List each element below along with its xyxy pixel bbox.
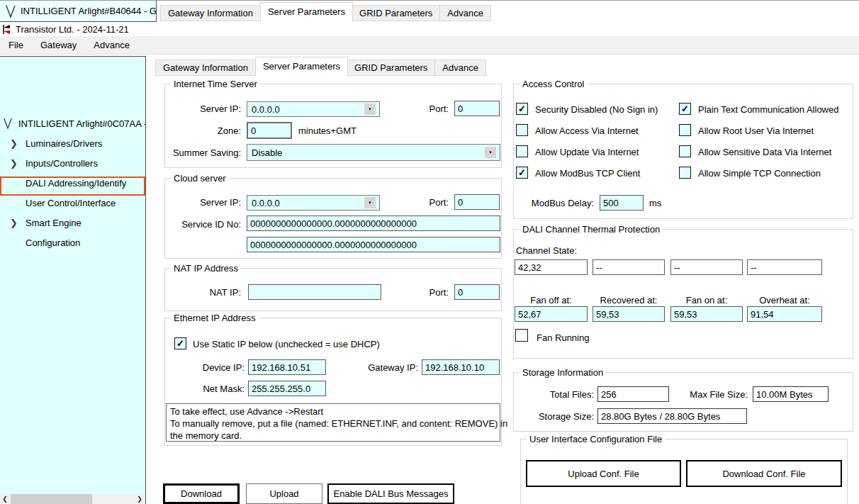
sidebar-item-configuration[interactable] bbox=[0, 181, 145, 191]
cloud-port-input[interactable] bbox=[454, 194, 500, 210]
sidebar-item-configuration[interactable]: Configuration bbox=[0, 234, 145, 251]
upload-conf-file-label: Upload Conf. File bbox=[568, 469, 639, 479]
vendor-label: Transistor Ltd. - 2024-11-21 bbox=[16, 24, 129, 35]
netmask-input[interactable] bbox=[248, 381, 326, 396]
chevron-down-icon[interactable]: ▼ bbox=[364, 197, 376, 208]
zone-suffix-label: minutes+GMT bbox=[298, 125, 356, 136]
checkmark-icon: ✓ bbox=[176, 338, 184, 349]
allow-root-user-checkbox[interactable] bbox=[679, 124, 691, 136]
channel-state-field-1 bbox=[515, 259, 588, 275]
ethernet-note: To take effect, use Advance ->Restart To… bbox=[166, 403, 500, 442]
checkmark-icon: ✓ bbox=[518, 167, 526, 178]
zone-input[interactable] bbox=[247, 122, 292, 139]
tab-grid-parameters[interactable]: GRID Parameters bbox=[352, 5, 440, 21]
allow-simple-tcp-checkbox[interactable] bbox=[679, 167, 691, 179]
download-button[interactable]: Download bbox=[163, 483, 240, 504]
time-server-port-input[interactable] bbox=[454, 101, 500, 116]
allow-access-internet-checkbox[interactable] bbox=[516, 124, 528, 136]
download-conf-file-button[interactable]: Download Conf. File bbox=[686, 460, 842, 487]
device-selector[interactable]: INTILLIGENT Arlight#B40644 - Ga bbox=[0, 1, 157, 22]
sidebar-item-smart-engine[interactable]: ❯ Smart Engine bbox=[0, 214, 145, 231]
nat-port-label: Port: bbox=[406, 287, 449, 298]
tab-gateway-information[interactable]: Gateway Information bbox=[160, 5, 261, 21]
upload-conf-file-button[interactable]: Upload Conf. File bbox=[526, 460, 681, 487]
fan-running-checkbox[interactable] bbox=[515, 329, 528, 342]
menu-advance[interactable]: Advance bbox=[85, 37, 138, 53]
tree-root-label: INTILLIGENT Arlight#0C07AA - Ga bbox=[18, 118, 146, 129]
menu-gateway[interactable]: Gateway bbox=[32, 37, 85, 53]
allow-sensitive-data-checkbox[interactable] bbox=[679, 145, 691, 157]
security-disabled-checkbox[interactable]: ✓ bbox=[516, 103, 528, 115]
nat-ip-input[interactable] bbox=[248, 284, 381, 300]
nat-ip-label: NAT IP: bbox=[170, 287, 241, 298]
inner-tab-gateway-information[interactable]: Gateway Information bbox=[155, 60, 256, 76]
allow-update-internet-checkbox[interactable] bbox=[516, 145, 528, 157]
summer-saving-combo[interactable]: Disable ▼ bbox=[247, 144, 500, 161]
note-line: To take effect, use Advance ->Restart bbox=[170, 405, 496, 418]
scroll-left-icon[interactable]: ❮ bbox=[0, 494, 10, 504]
allow-modbus-tcp-checkbox[interactable]: ✓ bbox=[516, 167, 528, 179]
note-line: To manually remove, put a file (named: E… bbox=[170, 418, 496, 430]
service-id-input-2[interactable] bbox=[247, 237, 500, 252]
device-ip-input[interactable] bbox=[248, 359, 326, 375]
sidebar-item-label: Luminaires/Drivers bbox=[26, 138, 102, 149]
allow-access-internet-label: Allow Access Via Internet bbox=[535, 125, 639, 136]
sidebar-horizontal-scrollbar[interactable]: ❮ ❯ bbox=[0, 494, 145, 504]
chevron-right-icon[interactable]: ❯ bbox=[10, 138, 26, 149]
gateway-ip-input[interactable] bbox=[422, 359, 500, 375]
upload-button-label: Upload bbox=[269, 488, 298, 499]
group-title: Storage Information bbox=[520, 367, 606, 378]
channel-state-field-3 bbox=[670, 259, 743, 275]
chevron-right-icon[interactable]: ❯ bbox=[10, 158, 26, 169]
inner-tab-server-parameters[interactable]: Server Parameters bbox=[255, 57, 348, 76]
cloud-server-ip-combo[interactable]: 0.0.0.0 ▼ bbox=[247, 195, 380, 211]
tab-server-parameters[interactable]: Server Parameters bbox=[260, 2, 353, 21]
sidebar-item-user-control[interactable]: User Control/Interface bbox=[0, 194, 145, 211]
chevron-down-icon[interactable]: ▼ bbox=[485, 147, 496, 158]
allow-update-internet-label: Allow Update Via Internet bbox=[535, 147, 639, 157]
inner-tab-grid-parameters[interactable]: GRID Parameters bbox=[347, 60, 435, 76]
chevron-down-icon[interactable]: ▼ bbox=[364, 103, 376, 115]
plain-text-comm-checkbox[interactable]: ✓ bbox=[679, 103, 691, 115]
sidebar-item-inputs-controllers[interactable]: ❯ Inputs/Controllers bbox=[0, 155, 145, 172]
time-server-ip-combo[interactable]: 0.0.0.0 ▼ bbox=[247, 101, 380, 117]
scrollbar-thumb[interactable] bbox=[11, 494, 92, 504]
vendor-row: Transistor Ltd. - 2024-11-21 bbox=[0, 23, 129, 35]
group-title: Cloud server bbox=[171, 173, 229, 184]
chevron-right-icon[interactable]: ❯ bbox=[10, 218, 26, 228]
group-title: Ethernet IP Address bbox=[171, 313, 258, 323]
sidebar-item-label: Smart Engine bbox=[26, 218, 82, 228]
upload-button[interactable]: Upload bbox=[246, 483, 322, 504]
inner-tab-advance[interactable]: Advance bbox=[435, 60, 486, 76]
channel-state-field-2 bbox=[593, 259, 665, 275]
menu-file[interactable]: File bbox=[0, 37, 32, 53]
group-title: Internet Time Server bbox=[171, 79, 260, 89]
fan-off-at-input[interactable] bbox=[515, 306, 588, 322]
sidebar-item-luminaires-drivers[interactable]: ❯ Luminaires/Drivers bbox=[0, 135, 145, 152]
tab-advance[interactable]: Advance bbox=[440, 5, 491, 21]
enable-dali-bus-messages-button[interactable]: Enable DALI Bus Messages bbox=[327, 483, 454, 504]
channel-state-label: Channel State: bbox=[516, 245, 577, 256]
scroll-right-icon[interactable]: ❯ bbox=[135, 494, 145, 504]
service-id-input-1[interactable] bbox=[247, 215, 500, 231]
nat-port-input[interactable] bbox=[454, 284, 500, 300]
tree-root-device[interactable]: INTILLIGENT Arlight#0C07AA - Ga bbox=[0, 115, 145, 132]
gateway-ip-label: Gateway IP: bbox=[347, 362, 418, 373]
channel-state-field-4 bbox=[747, 259, 822, 275]
fan-running-label: Fan Running bbox=[537, 332, 589, 343]
top-tabstrip: Gateway Information Server Parameters GR… bbox=[160, 2, 491, 21]
fan-on-at-input[interactable] bbox=[670, 306, 743, 322]
recovered-at-input[interactable] bbox=[593, 306, 665, 322]
cloud-server-ip-label: Server IP: bbox=[170, 197, 241, 208]
sidebar-item-label: Inputs/Controllers bbox=[26, 158, 98, 169]
overheat-at-input[interactable] bbox=[747, 306, 822, 322]
modbus-delay-input[interactable] bbox=[600, 195, 644, 211]
fan-on-at-label: Fan on at: bbox=[670, 295, 743, 306]
max-file-size-field bbox=[753, 386, 829, 402]
menu-bar: File Gateway Advance bbox=[0, 36, 859, 55]
static-ip-checkbox[interactable]: ✓ bbox=[174, 337, 186, 349]
recovered-at-label: Recovered at: bbox=[593, 295, 665, 306]
enable-dali-button-label: Enable DALI Bus Messages bbox=[334, 488, 449, 499]
static-ip-checkbox-label: Use Static IP below (unchecked = use DHC… bbox=[193, 339, 380, 349]
device-tree-sidebar: INTILLIGENT Arlight#0C07AA - Ga ❯ Lumina… bbox=[0, 56, 146, 504]
